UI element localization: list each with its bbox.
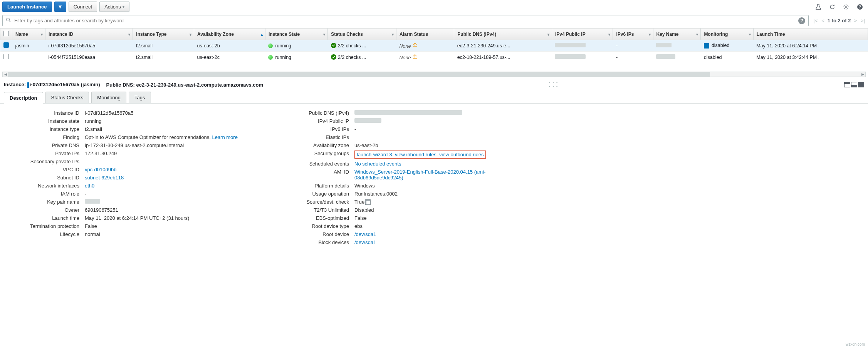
col-state[interactable]: Instance State▾ xyxy=(265,28,327,40)
v-ebs-optimized: False xyxy=(354,215,532,221)
cell-name xyxy=(12,52,45,63)
subnet-link[interactable]: subnet-629eb118 xyxy=(85,175,124,181)
layout-split-icon[interactable] xyxy=(851,82,857,87)
v-az: us-east-2b xyxy=(354,142,532,148)
select-all-checkbox[interactable] xyxy=(3,31,9,36)
scroll-right-icon[interactable]: ▶ xyxy=(860,72,865,77)
k-security-groups: Security groups xyxy=(277,151,354,159)
learn-more-link[interactable]: Learn more xyxy=(212,134,237,140)
svg-point-3 xyxy=(7,18,10,21)
scheduled-events-link[interactable]: No scheduled events xyxy=(354,161,401,167)
launch-instance-button[interactable]: Launch Instance xyxy=(2,2,52,12)
launch-instance-dropdown[interactable]: ▼ xyxy=(54,2,66,12)
cell-ipv4 xyxy=(552,52,613,63)
alarm-add-icon[interactable] xyxy=(412,54,418,59)
v-instance-id: i-07df312d5e15670a5 xyxy=(85,110,262,116)
horizontal-scrollbar[interactable]: ◀ ▶ xyxy=(2,72,866,77)
sg-name-link[interactable]: launch-wizard-3 xyxy=(357,152,392,157)
v-launch-time: May 11, 2020 at 6:24:14 PM UTC+2 (31 hou… xyxy=(85,215,262,221)
k-public-dns: Public DNS (IPv4) xyxy=(277,110,354,116)
v-elastic-ips xyxy=(354,134,532,140)
copy-icon[interactable] xyxy=(366,200,371,205)
row-checkbox[interactable] xyxy=(3,54,9,59)
layout-full-icon[interactable] xyxy=(858,82,864,87)
table-header: Name▾ Instance ID▾ Instance Type▾ Availa… xyxy=(0,28,868,40)
alarm-add-icon[interactable] xyxy=(412,42,418,48)
root-device-link[interactable]: /dev/sda1 xyxy=(354,231,376,237)
pager-text: 1 to 2 of 2 xyxy=(828,18,851,23)
connect-button[interactable]: Connect xyxy=(69,2,97,12)
v-private-ips: 172.31.30.249 xyxy=(85,151,262,156)
cell-launch: May 11, 2020 at 3:42:44 PM . xyxy=(753,52,868,63)
col-monitoring[interactable]: Monitoring▾ xyxy=(701,28,753,40)
col-alarm-status[interactable]: Alarm Status xyxy=(396,28,454,40)
k-vpc: VPC ID xyxy=(8,167,85,172)
col-ipv6[interactable]: IPv6 IPs▾ xyxy=(613,28,653,40)
col-status-checks[interactable]: Status Checks▾ xyxy=(328,28,396,40)
v-source-dest-check: True xyxy=(354,199,532,205)
k-ebs-optimized: EBS-optimized xyxy=(277,215,354,221)
col-launch-time[interactable]: Launch Time xyxy=(753,28,868,40)
layout-top-icon[interactable] xyxy=(844,82,850,87)
page-next-icon[interactable]: > xyxy=(853,18,858,23)
k-instance-id: Instance ID xyxy=(8,110,85,116)
col-instance-id[interactable]: Instance ID▾ xyxy=(45,28,133,40)
help-icon[interactable]: ? xyxy=(856,3,864,11)
scroll-left-icon[interactable]: ◀ xyxy=(3,72,8,77)
v-t2t3: Disabled xyxy=(354,207,532,213)
page-first-icon[interactable]: |< xyxy=(813,18,818,23)
v-keypair xyxy=(85,199,262,205)
k-az: Availability zone xyxy=(277,142,354,148)
page-prev-icon[interactable]: < xyxy=(821,18,825,23)
search-help-icon[interactable]: ? xyxy=(798,17,805,24)
top-toolbar: Launch Instance ▼ Connect Actions ▾ ? xyxy=(0,0,868,13)
k-keypair: Key pair name xyxy=(8,199,85,205)
description-right-column: Public DNS (IPv4) IPv4 Public IP IPv6 IP… xyxy=(277,109,532,246)
col-public-dns[interactable]: Public DNS (IPv4)▾ xyxy=(454,28,552,40)
page-last-icon[interactable]: >| xyxy=(860,18,866,23)
v-security-groups: launch-wizard-3. view inbound rules. vie… xyxy=(354,151,532,159)
flask-icon[interactable] xyxy=(814,3,823,11)
col-key-name[interactable]: Key Name▾ xyxy=(653,28,701,40)
k-type: Instance type xyxy=(8,126,85,132)
table-row[interactable]: i-0544f72515190eaaa t2.small us-east-2c … xyxy=(0,52,868,63)
v-secondary-ips xyxy=(85,159,262,164)
cell-az: us-east-2c xyxy=(194,52,265,63)
resize-grip-icon[interactable]: • • •• • • xyxy=(269,81,838,89)
col-instance-type[interactable]: Instance Type▾ xyxy=(133,28,194,40)
tab-monitoring[interactable]: Monitoring xyxy=(91,92,126,103)
eth0-link[interactable]: eth0 xyxy=(85,183,94,189)
inbound-rules-link[interactable]: view inbound rules xyxy=(395,152,437,157)
refresh-icon[interactable] xyxy=(828,3,836,11)
cell-alarm: None xyxy=(396,40,454,52)
col-ipv4[interactable]: IPv4 Public IP▾ xyxy=(552,28,613,40)
v-type: t2.small xyxy=(85,126,262,132)
check-icon xyxy=(331,54,336,60)
k-elastic-ips: Elastic IPs xyxy=(277,134,354,140)
k-source-dest-check: Source/dest. check xyxy=(277,199,354,205)
block-device-link[interactable]: /dev/sda1 xyxy=(354,239,376,245)
gear-icon[interactable] xyxy=(842,3,850,11)
v-public-ip xyxy=(354,118,532,124)
pager: |< < 1 to 2 of 2 > >| xyxy=(813,18,866,23)
table-row[interactable]: jasmin i-07df312d5e15670a5 t2.small us-e… xyxy=(0,40,868,52)
cell-type: t2.small xyxy=(133,52,194,63)
tab-description[interactable]: Description xyxy=(4,92,43,104)
tab-tags[interactable]: Tags xyxy=(129,92,151,103)
row-checkbox[interactable] xyxy=(3,42,9,48)
v-state: running xyxy=(85,118,262,124)
tab-status-checks[interactable]: Status Checks xyxy=(45,92,89,103)
v-iam-role: - xyxy=(85,191,262,197)
detail-dns: Public DNS: ec2-3-21-230-249.us-east-2.c… xyxy=(106,82,263,88)
search-input[interactable] xyxy=(13,17,796,24)
col-name[interactable]: Name▾ xyxy=(12,28,45,40)
col-az[interactable]: Availability Zone▴ xyxy=(194,28,265,40)
actions-button[interactable]: Actions ▾ xyxy=(99,2,129,12)
v-lifecycle: normal xyxy=(85,231,262,237)
detail-header: Instance: i-07df312d5e15670a5 (jasmin) P… xyxy=(0,78,868,92)
outbound-rules-link[interactable]: view outbound rules xyxy=(439,152,484,157)
k-scheduled-events: Scheduled events xyxy=(277,161,354,167)
cell-launch: May 11, 2020 at 6:24:14 PM . xyxy=(753,40,868,52)
ami-link[interactable]: Windows_Server-2019-English-Full-Base-20… xyxy=(354,169,485,181)
vpc-link[interactable]: vpc-d010d9bb xyxy=(85,167,116,172)
